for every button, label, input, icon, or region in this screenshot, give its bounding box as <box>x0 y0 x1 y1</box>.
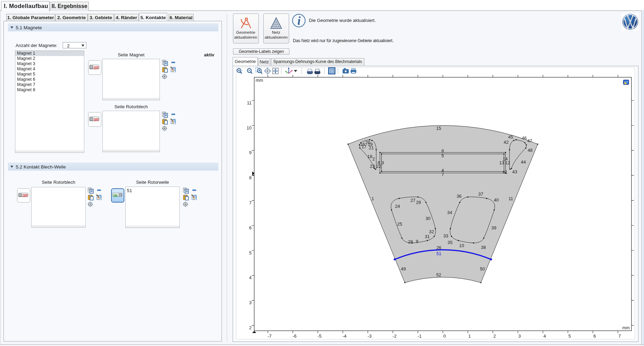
svg-text:32: 32 <box>429 229 434 234</box>
svg-text:12: 12 <box>505 160 510 165</box>
svg-text:-4: -4 <box>343 333 347 339</box>
svg-text:52: 52 <box>436 272 441 277</box>
svg-text:-3: -3 <box>367 333 371 339</box>
svg-text:-2: -2 <box>393 333 396 339</box>
svg-text:4: 4 <box>543 333 546 339</box>
svg-text:-1: -1 <box>418 333 421 339</box>
svg-text:3: 3 <box>381 160 384 165</box>
svg-text:8: 8 <box>249 175 251 180</box>
svg-text:4: 4 <box>249 275 251 280</box>
svg-text:49: 49 <box>401 266 406 272</box>
svg-text:23: 23 <box>370 164 375 169</box>
svg-text:2: 2 <box>494 333 496 339</box>
svg-text:3: 3 <box>518 333 521 339</box>
svg-text:9: 9 <box>416 239 418 244</box>
svg-text:45: 45 <box>508 134 513 140</box>
svg-text:6: 6 <box>378 160 380 165</box>
svg-text:5: 5 <box>249 250 251 255</box>
svg-text:i: i <box>297 15 301 27</box>
svg-text:11: 11 <box>247 100 251 105</box>
svg-text:31: 31 <box>425 234 430 239</box>
svg-text:10: 10 <box>247 125 251 131</box>
svg-text:50: 50 <box>480 266 485 272</box>
svg-text:51: 51 <box>436 251 441 256</box>
svg-text:43: 43 <box>512 169 517 174</box>
svg-text:27: 27 <box>410 198 415 203</box>
svg-text:42: 42 <box>504 140 509 145</box>
svg-text:0: 0 <box>443 333 446 339</box>
svg-text:11: 11 <box>509 196 513 201</box>
svg-text:47: 47 <box>527 138 532 143</box>
svg-text:10: 10 <box>459 243 464 248</box>
svg-text:8: 8 <box>441 148 444 154</box>
svg-text:13: 13 <box>499 160 504 165</box>
svg-text:6: 6 <box>593 333 596 339</box>
svg-text:1: 1 <box>468 333 471 339</box>
svg-text:mm: mm <box>622 325 630 330</box>
svg-text:5: 5 <box>441 153 444 158</box>
svg-text:21: 21 <box>369 145 374 150</box>
svg-text:37: 37 <box>478 191 483 197</box>
svg-text:18: 18 <box>367 154 372 159</box>
svg-text:6: 6 <box>249 225 251 230</box>
svg-text:33: 33 <box>443 233 448 238</box>
svg-text:17: 17 <box>362 144 366 149</box>
svg-text:9: 9 <box>249 150 251 155</box>
svg-text:mm: mm <box>256 78 263 83</box>
svg-text:2: 2 <box>249 325 251 330</box>
svg-text:2: 2 <box>372 156 375 162</box>
svg-text:34: 34 <box>447 210 452 215</box>
svg-text:39: 39 <box>491 225 496 230</box>
svg-text:40: 40 <box>494 197 499 203</box>
svg-text:26: 26 <box>436 245 441 250</box>
svg-text:5: 5 <box>568 333 571 339</box>
svg-text:7: 7 <box>249 200 251 205</box>
svg-text:-5: -5 <box>318 333 321 339</box>
svg-text:1: 1 <box>372 196 374 201</box>
svg-text:48: 48 <box>528 148 533 153</box>
svg-text:3: 3 <box>249 300 251 305</box>
svg-text:7: 7 <box>441 172 444 177</box>
svg-text:35: 35 <box>448 240 452 245</box>
svg-text:7: 7 <box>619 333 621 339</box>
svg-text:30: 30 <box>426 216 430 221</box>
svg-text:29: 29 <box>416 200 421 205</box>
svg-text:38: 38 <box>481 245 486 250</box>
svg-text:25: 25 <box>397 221 402 227</box>
svg-text:36: 36 <box>457 194 461 199</box>
svg-text:-6: -6 <box>293 333 296 339</box>
svg-text:15: 15 <box>436 126 441 131</box>
svg-text:24: 24 <box>395 204 400 209</box>
svg-text:-7: -7 <box>267 333 271 339</box>
svg-text:41: 41 <box>503 170 507 175</box>
svg-text:28: 28 <box>408 239 413 244</box>
svg-text:46: 46 <box>522 135 527 141</box>
svg-text:44: 44 <box>521 159 526 165</box>
